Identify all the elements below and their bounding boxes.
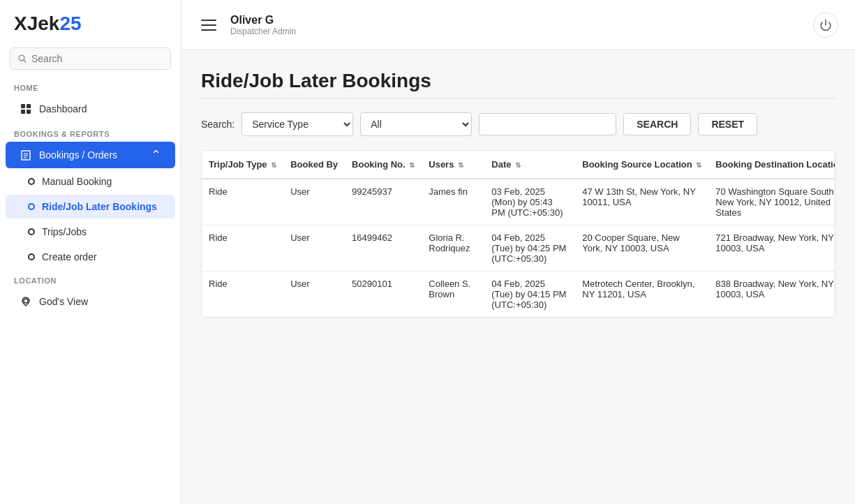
sidebar-item-create-order[interactable]: Create order <box>6 245 175 269</box>
sidebar-item-ride-job-later-label: Ride/Job Later Bookings <box>42 201 157 212</box>
svg-point-10 <box>24 299 28 303</box>
sort-icon-source: ⇅ <box>696 161 701 169</box>
cell-users: Gloria R. Rodriquez <box>422 225 484 272</box>
sidebar-item-bookings-label: Bookings / Orders <box>39 149 117 161</box>
svg-rect-4 <box>21 110 25 114</box>
col-destination-location[interactable]: Booking Destination Location ⇅ <box>708 151 835 179</box>
page-content: Ride/Job Later Bookings Search: Service … <box>181 50 855 504</box>
sidebar-item-dashboard[interactable]: Dashboard <box>6 96 175 122</box>
user-role: Dispatcher Admin <box>230 27 296 36</box>
power-button[interactable] <box>813 13 838 38</box>
search-button[interactable]: SEARCH <box>623 113 691 135</box>
cell-booked-by: User <box>283 179 345 225</box>
sidebar-item-bookings[interactable]: Bookings / Orders ⌃ <box>6 142 175 168</box>
cell-date: 04 Feb, 2025 (Tue) by 04:25 PM (UTC:+05:… <box>484 225 575 272</box>
sidebar-item-gods-view[interactable]: God's View <box>6 288 175 315</box>
section-location-label: LOCATION <box>0 269 181 288</box>
sort-icon-users: ⇅ <box>458 161 463 169</box>
col-booked-by[interactable]: Booked By <box>283 151 345 179</box>
logo: XJek25 <box>0 0 181 47</box>
svg-rect-3 <box>27 104 31 108</box>
dot-icon <box>28 178 35 185</box>
cell-destination: 721 Broadway, New York, NY 10003, USA <box>708 225 835 272</box>
search-input[interactable] <box>31 53 163 64</box>
svg-rect-5 <box>27 110 31 114</box>
search-bar-label: Search: <box>201 119 235 130</box>
menu-line-3 <box>201 29 216 31</box>
dot-icon-trips <box>28 228 35 235</box>
cell-destination: 70 Washington Square South, New York, NY… <box>708 179 835 225</box>
cell-source: 47 W 13th St, New York, NY 10011, USA <box>575 179 708 225</box>
search-bar: Search: Service Type Ride Job All SEARCH… <box>201 112 835 136</box>
divider <box>201 98 835 98</box>
location-icon <box>20 295 32 308</box>
dashboard-icon <box>20 103 32 115</box>
cell-booking-no: 50290101 <box>345 272 422 318</box>
table-row: Ride User 50290101 Colleen S. Brown 04 F… <box>202 272 835 318</box>
cell-booking-no: 99245937 <box>345 179 422 225</box>
menu-button[interactable] <box>198 17 219 34</box>
sidebar-item-ride-job-later[interactable]: Ride/Job Later Bookings <box>6 195 175 218</box>
topbar: Oliver G Dispatcher Admin <box>181 0 855 50</box>
col-booking-no[interactable]: Booking No. ⇅ <box>345 151 422 179</box>
sort-icon-date: ⇅ <box>515 161 521 169</box>
topbar-left: Oliver G Dispatcher Admin <box>198 14 296 36</box>
user-info: Oliver G Dispatcher Admin <box>230 14 296 36</box>
col-trip-type[interactable]: Trip/Job Type ⇅ <box>202 151 283 179</box>
cell-users: James fin <box>422 179 484 225</box>
cell-users: Colleen S. Brown <box>422 272 484 318</box>
chevron-up-icon: ⌃ <box>151 149 161 161</box>
all-select[interactable]: All <box>360 112 472 136</box>
sidebar-item-trips-jobs[interactable]: Trips/Jobs <box>6 220 175 244</box>
page-title: Ride/Job Later Bookings <box>201 70 835 92</box>
cell-booked-by: User <box>283 225 345 272</box>
svg-line-1 <box>24 60 26 62</box>
bookings-table-wrapper: Trip/Job Type ⇅ Booked By Booking No. ⇅ … <box>201 150 835 318</box>
sidebar-item-gods-view-label: God's View <box>39 296 88 307</box>
menu-line-1 <box>201 20 216 21</box>
dot-icon-create <box>28 253 35 260</box>
table-row: Ride User 16499462 Gloria R. Rodriquez 0… <box>202 225 835 272</box>
cell-source: Metrotech Center, Brooklyn, NY 11201, US… <box>575 272 708 318</box>
user-name: Oliver G <box>230 14 296 27</box>
section-bookings-label: BOOKINGS & REPORTS <box>0 123 181 141</box>
power-icon <box>819 19 832 31</box>
service-type-select[interactable]: Service Type Ride Job <box>241 112 353 136</box>
col-source-location[interactable]: Booking Source Location ⇅ <box>575 151 708 179</box>
svg-rect-2 <box>21 104 25 108</box>
search-box[interactable] <box>10 47 171 70</box>
cell-source: 20 Cooper Square, New York, NY 10003, US… <box>575 225 708 272</box>
cell-date: 03 Feb, 2025 (Mon) by 05:43 PM (UTC:+05:… <box>484 179 575 225</box>
sort-icon-trip: ⇅ <box>271 161 276 169</box>
sidebar: XJek25 HOME Dashboard BOOKINGS & REPORTS <box>0 0 181 504</box>
cell-trip-type: Ride <box>202 179 283 225</box>
reset-button[interactable]: RESET <box>698 113 757 135</box>
sort-icon-bookno: ⇅ <box>409 161 415 169</box>
dot-icon-active <box>28 203 35 210</box>
section-home-label: HOME <box>0 77 181 95</box>
sidebar-item-trips-jobs-label: Trips/Jobs <box>42 226 87 237</box>
search-icon <box>17 54 27 64</box>
table-header-row: Trip/Job Type ⇅ Booked By Booking No. ⇅ … <box>202 151 835 179</box>
sidebar-item-dashboard-label: Dashboard <box>39 103 87 114</box>
menu-line-2 <box>201 24 216 26</box>
sidebar-item-manual-booking-label: Manual Booking <box>42 176 112 187</box>
search-text-input[interactable] <box>479 113 616 135</box>
cell-trip-type: Ride <box>202 225 283 272</box>
sidebar-item-create-order-label: Create order <box>42 251 97 262</box>
sidebar-item-manual-booking[interactable]: Manual Booking <box>6 170 175 193</box>
logo-text1: XJek <box>14 13 59 35</box>
cell-booked-by: User <box>283 272 345 318</box>
table-body: Ride User 99245937 James fin 03 Feb, 202… <box>202 179 835 317</box>
cell-date: 04 Feb, 2025 (Tue) by 04:15 PM (UTC:+05:… <box>484 272 575 318</box>
cell-booking-no: 16499462 <box>345 225 422 272</box>
cell-trip-type: Ride <box>202 272 283 318</box>
bookings-icon <box>20 149 32 161</box>
cell-destination: 838 Broadway, New York, NY 10003, USA <box>708 272 835 318</box>
logo-text2: 25 <box>59 13 81 35</box>
bookings-table: Trip/Job Type ⇅ Booked By Booking No. ⇅ … <box>202 151 835 317</box>
main-content: Oliver G Dispatcher Admin Ride/Job Later… <box>181 0 855 504</box>
table-row: Ride User 99245937 James fin 03 Feb, 202… <box>202 179 835 225</box>
col-date[interactable]: Date ⇅ <box>484 151 575 179</box>
col-users[interactable]: Users ⇅ <box>422 151 484 179</box>
